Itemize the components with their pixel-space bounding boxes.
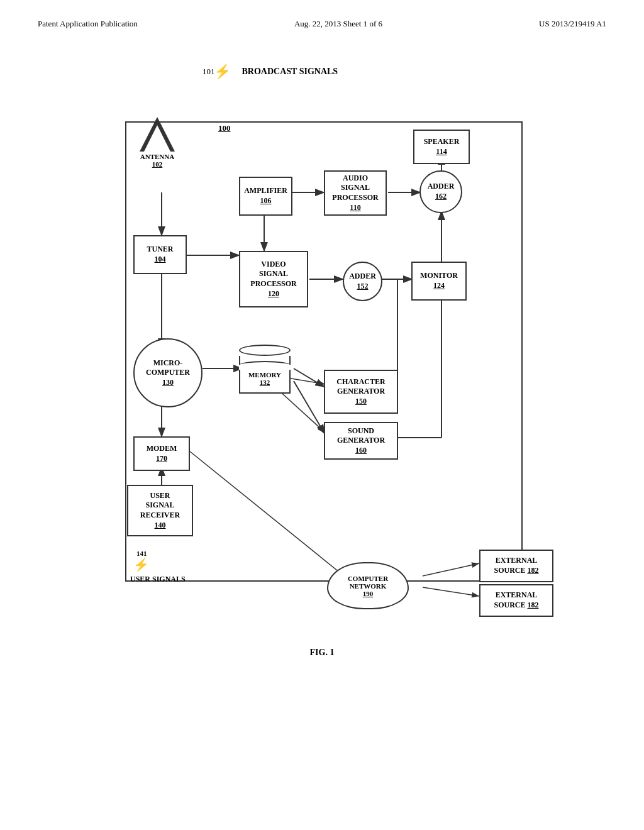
- page: Patent Application Publication Aug. 22, …: [0, 0, 644, 830]
- adder-152-block: ADDER 152: [343, 262, 382, 301]
- antenna-triangle-container: [140, 117, 175, 152]
- user-signals-num: 141: [136, 550, 186, 557]
- svg-line-24: [423, 587, 479, 596]
- diagram-container: 101 ⚡ BROADCAST SIGNALS 100 ANTENNA 102: [64, 48, 580, 664]
- broadcast-area: 101 ⚡ BROADCAST SIGNALS: [203, 67, 338, 77]
- broadcast-num: 101 ⚡: [203, 67, 215, 77]
- monitor-block: MONITOR 124: [411, 262, 467, 301]
- computer-network-block: COMPUTER NETWORK 190: [327, 562, 409, 609]
- cylinder-body: MEMORY 132: [239, 356, 291, 394]
- external-source-1-block: EXTERNAL SOURCE 182: [479, 550, 553, 582]
- antenna-triangle: [140, 117, 175, 152]
- header-center: Aug. 22, 2013 Sheet 1 of 6: [294, 19, 382, 29]
- audio-signal-processor-block: AUDIO SIGNAL PROCESSOR 110: [324, 170, 387, 216]
- lightning-icon: ⚡: [214, 64, 231, 80]
- svg-line-25: [190, 451, 350, 581]
- amplifier-block: AMPLIFIER 106: [239, 177, 292, 216]
- sound-generator-block: SOUND GENERATOR 160: [324, 422, 398, 460]
- video-signal-processor-block: VIDEO SIGNAL PROCESSOR 120: [239, 251, 308, 307]
- modem-block: MODEM 170: [133, 436, 190, 471]
- main-box-num: 100: [218, 123, 231, 133]
- user-signals-lightning: ⚡: [133, 557, 186, 572]
- adder-162-block: ADDER 162: [419, 170, 462, 213]
- header-left: Patent Application Publication: [38, 19, 138, 29]
- antenna-triangle-inner: [143, 125, 171, 153]
- header-right: US 2013/219419 A1: [539, 19, 606, 29]
- user-signal-receiver-block: USER SIGNAL RECEIVER 140: [127, 485, 193, 536]
- external-source-2-block: EXTERNAL SOURCE 182: [479, 584, 553, 617]
- svg-line-15: [294, 381, 325, 434]
- diagram-area: 101 ⚡ BROADCAST SIGNALS 100 ANTENNA 102: [64, 48, 580, 664]
- speaker-block: SPEAKER 114: [413, 130, 470, 164]
- memory-label: MEMORY 132: [248, 371, 281, 386]
- memory-cylinder: MEMORY 132: [239, 345, 291, 394]
- cylinder-top: [239, 345, 291, 356]
- svg-line-23: [423, 563, 479, 576]
- user-signals-area: 141 ⚡ USER SIGNALS: [130, 550, 186, 584]
- broadcast-label: BROADCAST SIGNALS: [242, 67, 338, 77]
- tuner-block: TUNER 104: [133, 235, 187, 274]
- character-generator-block: CHARACTER GENERATOR 150: [324, 370, 398, 414]
- antenna-label: ANTENNA 102: [140, 153, 175, 168]
- page-header: Patent Application Publication Aug. 22, …: [38, 19, 606, 29]
- cylinder-mid: [239, 361, 291, 370]
- antenna-block: ANTENNA 102: [140, 117, 175, 168]
- microcomputer-block: MICRO- COMPUTER 130: [133, 338, 203, 407]
- svg-line-14: [294, 368, 325, 387]
- fig-label: FIG. 1: [64, 648, 580, 658]
- user-signals-label: USER SIGNALS: [130, 575, 186, 584]
